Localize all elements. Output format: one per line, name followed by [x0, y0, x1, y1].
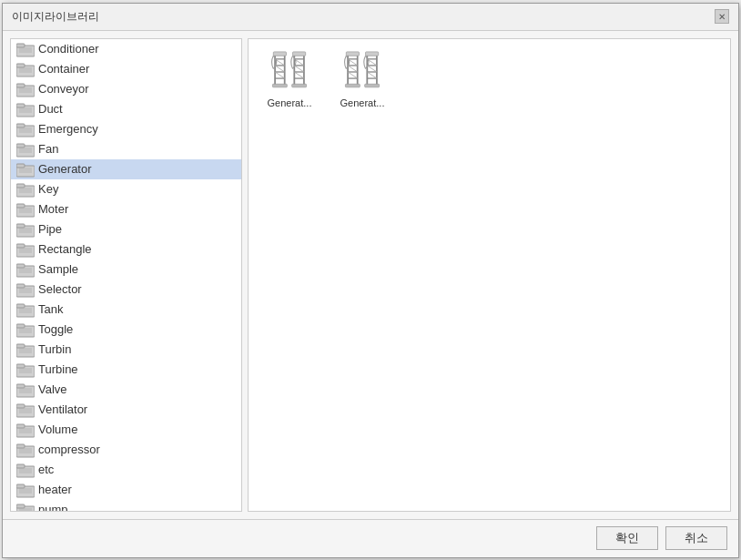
- image-item[interactable]: Generat...: [330, 48, 394, 108]
- svg-rect-130: [272, 84, 287, 87]
- svg-line-128: [275, 72, 285, 78]
- list-item[interactable]: Selector: [11, 280, 241, 300]
- list-item[interactable]: pump: [11, 500, 241, 511]
- folder-icon: [16, 361, 35, 378]
- svg-rect-51: [16, 244, 25, 248]
- category-label: Pipe: [38, 222, 62, 236]
- cancel-button[interactable]: 취소: [665, 526, 727, 550]
- category-label: Turbine: [38, 362, 78, 376]
- close-button[interactable]: ✕: [715, 9, 729, 24]
- svg-rect-152: [345, 84, 360, 87]
- list-item[interactable]: Container: [11, 59, 241, 79]
- list-item[interactable]: Moter: [11, 199, 241, 219]
- svg-line-150: [348, 72, 358, 78]
- folder-icon: [16, 181, 35, 198]
- folder-icon: [16, 301, 35, 318]
- folder-icon: [16, 141, 35, 158]
- image-label: Generat...: [259, 97, 320, 108]
- list-item[interactable]: Tank: [11, 300, 241, 320]
- svg-rect-86: [16, 384, 25, 388]
- list-item[interactable]: Turbine: [11, 360, 241, 380]
- category-label: etc: [38, 463, 54, 476]
- list-item[interactable]: Generator: [11, 159, 241, 179]
- category-label: Selector: [38, 282, 82, 296]
- folder-icon: [16, 261, 35, 278]
- category-label: Rectangle: [38, 242, 92, 256]
- svg-rect-41: [16, 204, 25, 208]
- content-area: Conditioner Container Conveyor Duct Emer…: [3, 31, 738, 519]
- svg-rect-91: [16, 404, 25, 408]
- image-grid-panel: Generat...: [248, 38, 731, 512]
- svg-rect-141: [292, 84, 307, 87]
- svg-line-139: [294, 72, 304, 78]
- svg-rect-6: [16, 64, 25, 67]
- image-label: Generat...: [331, 97, 393, 108]
- folder-icon: [16, 482, 35, 498]
- list-item[interactable]: Ventilator: [11, 400, 241, 420]
- folder-icon: [16, 201, 35, 218]
- list-item[interactable]: compressor: [11, 440, 241, 460]
- category-label: heater: [38, 483, 72, 496]
- category-label: Toggle: [38, 322, 73, 336]
- image-item[interactable]: Generat...: [258, 48, 321, 108]
- category-label: Container: [38, 62, 89, 76]
- svg-rect-76: [16, 344, 25, 348]
- list-item[interactable]: Sample: [11, 260, 241, 280]
- svg-rect-81: [16, 364, 25, 368]
- list-item[interactable]: Conveyor: [11, 79, 241, 99]
- list-item[interactable]: Toggle: [11, 320, 241, 340]
- folder-icon: [16, 81, 35, 97]
- folder-icon: [16, 422, 35, 438]
- list-item[interactable]: etc: [11, 460, 241, 480]
- svg-rect-56: [16, 264, 25, 268]
- list-item[interactable]: Key: [11, 179, 241, 199]
- category-list[interactable]: Conditioner Container Conveyor Duct Emer…: [11, 39, 241, 511]
- svg-rect-46: [16, 224, 25, 228]
- svg-rect-116: [16, 504, 25, 508]
- image-thumbnail: [264, 48, 315, 96]
- svg-rect-163: [365, 84, 380, 87]
- svg-rect-26: [16, 144, 25, 148]
- svg-rect-101: [16, 444, 25, 448]
- folder-icon: [16, 442, 35, 458]
- folder-icon: [16, 281, 35, 298]
- svg-rect-61: [16, 284, 25, 288]
- svg-rect-106: [16, 464, 25, 468]
- list-item[interactable]: Duct: [11, 99, 241, 119]
- folder-icon: [16, 382, 35, 398]
- folder-icon: [16, 61, 35, 77]
- list-item[interactable]: heater: [11, 480, 241, 500]
- category-list-panel: Conditioner Container Conveyor Duct Emer…: [10, 38, 242, 512]
- folder-icon: [16, 221, 35, 238]
- svg-rect-31: [16, 164, 25, 168]
- list-item[interactable]: Conditioner: [11, 39, 241, 59]
- category-label: Duct: [38, 102, 63, 116]
- folder-icon: [16, 341, 35, 358]
- list-item[interactable]: Pipe: [11, 219, 241, 239]
- svg-rect-21: [16, 124, 25, 127]
- title-bar: 이미지라이브러리 ✕: [3, 4, 738, 31]
- folder-icon: [16, 121, 35, 137]
- category-label: Valve: [38, 382, 67, 396]
- confirm-button[interactable]: 확인: [596, 526, 658, 550]
- folder-icon: [16, 402, 35, 418]
- list-item[interactable]: Rectangle: [11, 239, 241, 260]
- svg-rect-162: [366, 51, 379, 55]
- svg-rect-66: [16, 304, 25, 308]
- folder-icon: [16, 101, 35, 117]
- svg-rect-1: [16, 44, 25, 47]
- category-label: Ventilator: [38, 402, 87, 416]
- category-label: Conditioner: [38, 42, 99, 56]
- list-item[interactable]: Fan: [11, 139, 241, 159]
- category-label: Moter: [38, 202, 68, 216]
- svg-rect-111: [16, 484, 25, 488]
- svg-rect-96: [16, 424, 25, 428]
- category-label: Emergency: [38, 122, 98, 136]
- list-item[interactable]: Valve: [11, 380, 241, 400]
- list-item[interactable]: Volume: [11, 420, 241, 440]
- folder-icon: [16, 41, 35, 57]
- list-item[interactable]: Emergency: [11, 119, 241, 139]
- category-label: Turbin: [38, 342, 71, 356]
- category-label: Sample: [38, 262, 78, 276]
- list-item[interactable]: Turbin: [11, 340, 241, 360]
